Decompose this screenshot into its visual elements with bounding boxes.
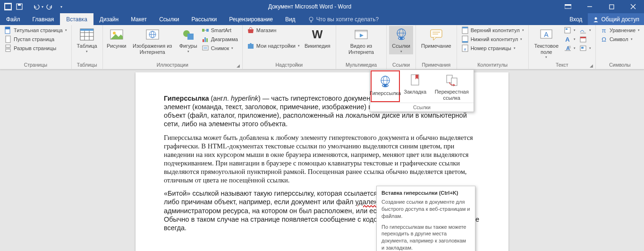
svg-rect-36	[203, 39, 204, 42]
svg-rect-17	[6, 45, 10, 47]
online-video-button[interactable]: Видео из Интернета	[339, 26, 384, 56]
person-icon	[593, 16, 599, 23]
screenshot-button[interactable]: Снимок▾	[200, 44, 240, 52]
svg-rect-5	[565, 4, 571, 6]
undo-dropdown-icon[interactable]: ▾	[42, 5, 43, 9]
footer-button[interactable]: Нижний колонтитул▾	[459, 35, 526, 43]
tab-references[interactable]: Ссылки	[153, 13, 185, 25]
chart-button[interactable]: Диаграмма	[200, 35, 240, 43]
wordart-button[interactable]: A▾	[562, 35, 577, 43]
wordart-icon: A	[564, 35, 571, 43]
quick-parts-button[interactable]: ▾	[562, 26, 577, 35]
smartart-button[interactable]: SmartArt	[200, 26, 240, 35]
doc-paragraph: Гиперссылка может быть добавлена к любом…	[164, 133, 480, 185]
svg-rect-40	[203, 47, 207, 49]
crossref-item[interactable]: Перекрестная ссылка	[430, 70, 474, 103]
svg-rect-58	[462, 41, 468, 43]
ribbon-tabs: Файл Главная Вставка Дизайн Макет Ссылки…	[0, 13, 644, 25]
hyperlink-globe-icon	[378, 74, 393, 89]
qat-customize-icon[interactable]: ▾	[60, 5, 62, 9]
shapes-button[interactable]: Фигуры▾	[177, 26, 200, 54]
svg-point-13	[595, 17, 597, 19]
svg-rect-45	[355, 30, 367, 32]
hyperlink-tooltip: Вставка гиперссылки (Ctrl+K) Создание сс…	[376, 186, 475, 251]
svg-text:A: A	[544, 31, 549, 38]
share-button[interactable]: Общий доступ	[588, 13, 644, 25]
video-icon	[354, 27, 369, 42]
comment-button[interactable]: Примечание	[418, 26, 454, 50]
hyperlink-item[interactable]: Гиперссылка	[371, 70, 400, 102]
group-label: Иллюстрации◢	[105, 61, 240, 69]
wikipedia-button[interactable]: WВикипедия	[302, 26, 333, 50]
symbol-button[interactable]: ΩСимвол▾	[598, 35, 642, 43]
undo-icon[interactable]	[31, 1, 42, 12]
crossref-icon	[444, 73, 459, 88]
links-dropdown: Гиперссылка Закладка Перекрестная ссылка…	[370, 69, 474, 112]
minimize-icon[interactable]	[579, 0, 601, 13]
my-addins-button[interactable]: Мои надстройки▾	[245, 42, 302, 50]
tab-file[interactable]: Файл	[0, 13, 26, 25]
blank-page-icon	[4, 35, 12, 43]
table-button[interactable]: Таблица▾	[74, 26, 100, 54]
svg-rect-7	[610, 5, 614, 9]
svg-rect-16	[6, 36, 10, 43]
tab-layout[interactable]: Макет	[125, 13, 153, 25]
links-split-button[interactable]: Ссылки▾	[389, 26, 413, 54]
svg-rect-52	[431, 30, 442, 37]
hyperlink-globe-icon	[394, 27, 409, 42]
object-button[interactable]: ▾	[577, 44, 593, 52]
maximize-icon[interactable]	[601, 0, 622, 13]
signature-icon	[579, 26, 587, 34]
wikipedia-icon: W	[310, 27, 325, 42]
header-button[interactable]: Верхний колонтитул▾	[459, 26, 526, 35]
tab-mailings[interactable]: Рассылки	[185, 13, 223, 25]
tab-view[interactable]: Вид	[279, 13, 302, 25]
tab-home[interactable]: Главная	[26, 13, 60, 25]
equation-button[interactable]: πУравнение▾	[598, 26, 642, 35]
tab-insert[interactable]: Вставка	[60, 13, 93, 25]
signature-button[interactable]: ▾	[577, 26, 593, 35]
chart-icon	[202, 35, 209, 43]
textbox-button[interactable]: AТекстовое поле▾	[531, 26, 562, 60]
page-number-button[interactable]: #Номер страницы▾	[459, 44, 526, 52]
bookmark-item[interactable]: Закладка	[400, 70, 430, 103]
table-icon	[79, 27, 94, 42]
quickparts-icon	[564, 26, 571, 34]
dropcap-button[interactable]: A▾	[562, 44, 577, 52]
tab-review[interactable]: Рецензирование	[223, 13, 279, 25]
shapes-icon	[181, 27, 196, 42]
word-app-icon	[3, 1, 13, 12]
svg-point-51	[402, 38, 404, 39]
document-area: Гиперссылка (англ. hyperlink) — часть ги…	[0, 69, 644, 251]
page-break-button[interactable]: Разрыв страницы	[2, 44, 69, 52]
group-symbols: πУравнение▾ ΩСимвол▾ Символы	[596, 25, 644, 69]
svg-text:A: A	[565, 36, 570, 43]
close-icon[interactable]	[622, 0, 644, 13]
tooltip-text: Создание ссылки в документе для быстрого…	[381, 199, 470, 220]
group-headerfooter: Верхний колонтитул▾ Нижний колонтитул▾ #…	[457, 25, 529, 69]
ribbon: Титульная страница▾ Пустая страница Разр…	[0, 25, 644, 69]
tell-me[interactable]: Что вы хотите сделать?	[302, 13, 385, 25]
svg-rect-35	[206, 29, 209, 32]
dialog-launcher-icon[interactable]: ◢	[237, 63, 240, 68]
pictures-button[interactable]: Рисунки	[105, 26, 128, 50]
svg-text:π: π	[602, 27, 606, 34]
cover-page-button[interactable]: Титульная страница▾	[2, 26, 69, 35]
ribbon-display-icon[interactable]	[557, 0, 579, 13]
dialog-launcher-icon[interactable]: ◢	[590, 63, 593, 68]
svg-rect-1	[5, 4, 11, 9]
redo-icon[interactable]	[44, 1, 55, 12]
group-label: Текст◢	[531, 61, 593, 69]
datetime-button[interactable]	[577, 35, 593, 43]
page-break-icon	[4, 44, 12, 52]
store-button[interactable]: Магазин	[245, 26, 302, 35]
blank-page-button[interactable]: Пустая страница	[2, 35, 69, 43]
svg-rect-37	[204, 37, 206, 42]
online-pictures-button[interactable]: Изображения из Интернета	[128, 26, 177, 56]
svg-point-50	[398, 38, 400, 39]
tab-design[interactable]: Дизайн	[93, 13, 125, 25]
group-links: Ссылки▾ Ссылки	[387, 25, 416, 69]
save-icon[interactable]	[14, 1, 25, 12]
group-pages: Титульная страница▾ Пустая страница Разр…	[0, 25, 72, 69]
sign-in[interactable]: Вход	[564, 13, 588, 25]
